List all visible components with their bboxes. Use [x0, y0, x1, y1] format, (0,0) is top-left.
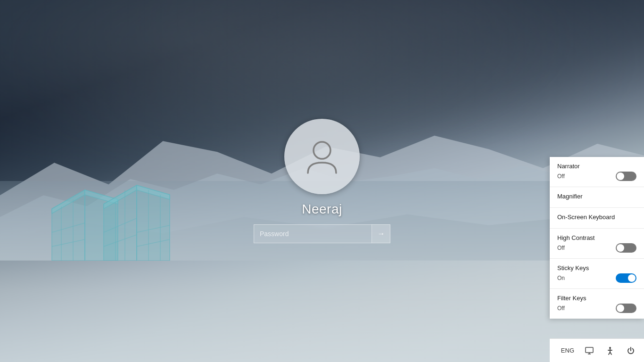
power-icon	[626, 346, 636, 355]
acc-label-filter-keys: Filter Keys	[557, 295, 636, 302]
acc-item-sticky-keys: Sticky Keys On	[550, 259, 644, 289]
toggle-high-contrast[interactable]	[616, 243, 636, 253]
svg-line-31	[610, 352, 611, 354]
acc-item-filter-keys: Filter Keys Off	[550, 289, 644, 319]
acc-item-high-contrast: High Contrast Off	[550, 229, 644, 259]
acc-status-sticky-keys: On	[557, 275, 565, 281]
acc-label-magnifier: Magnifier	[557, 193, 636, 200]
acc-item-magnifier[interactable]: Magnifier	[550, 187, 644, 208]
toggle-knob-narrator	[617, 173, 624, 180]
avatar	[284, 119, 360, 194]
toggle-narrator[interactable]	[616, 172, 636, 181]
display-button[interactable]	[580, 341, 599, 360]
power-button[interactable]	[621, 341, 640, 360]
username-label: Neeraj	[302, 202, 342, 217]
ease-of-access-icon	[605, 346, 615, 355]
acc-row-narrator: Off	[557, 172, 636, 181]
display-icon	[585, 346, 594, 355]
toggle-sticky-keys[interactable]	[616, 273, 636, 283]
toggle-knob-filter-keys	[617, 304, 624, 312]
language-indicator[interactable]: ENG	[557, 347, 578, 354]
acc-label-on-screen-keyboard: On-Screen Keyboard	[557, 214, 636, 221]
acc-label-high-contrast: High Contrast	[557, 234, 636, 241]
user-avatar-icon	[301, 135, 343, 178]
svg-point-23	[314, 142, 330, 159]
acc-row-filter-keys: Off	[557, 304, 636, 313]
password-input[interactable]	[254, 224, 390, 243]
glass-building	[47, 152, 189, 261]
acc-label-narrator: Narrator	[557, 163, 636, 170]
password-container: →	[254, 224, 390, 243]
acc-row-sticky-keys: On	[557, 273, 636, 283]
acc-status-high-contrast: Off	[557, 245, 565, 251]
toggle-knob-high-contrast	[617, 244, 624, 252]
acc-item-on-screen-keyboard[interactable]: On-Screen Keyboard	[550, 208, 644, 229]
accessibility-panel: Narrator Off MagnifierOn-Screen Keyboard…	[550, 157, 644, 319]
ease-of-access-button[interactable]	[601, 341, 619, 360]
acc-status-narrator: Off	[557, 173, 565, 180]
acc-row-high-contrast: Off	[557, 243, 636, 253]
toggle-filter-keys[interactable]	[616, 304, 636, 313]
acc-item-narrator: Narrator Off	[550, 157, 644, 187]
acc-status-filter-keys: Off	[557, 305, 565, 312]
bottom-bar: ENG	[550, 338, 644, 362]
acc-label-sticky-keys: Sticky Keys	[557, 264, 636, 272]
svg-rect-24	[586, 347, 593, 353]
toggle-knob-sticky-keys	[628, 274, 636, 282]
submit-button[interactable]: →	[372, 224, 390, 243]
login-panel: Neeraj →	[254, 119, 390, 243]
